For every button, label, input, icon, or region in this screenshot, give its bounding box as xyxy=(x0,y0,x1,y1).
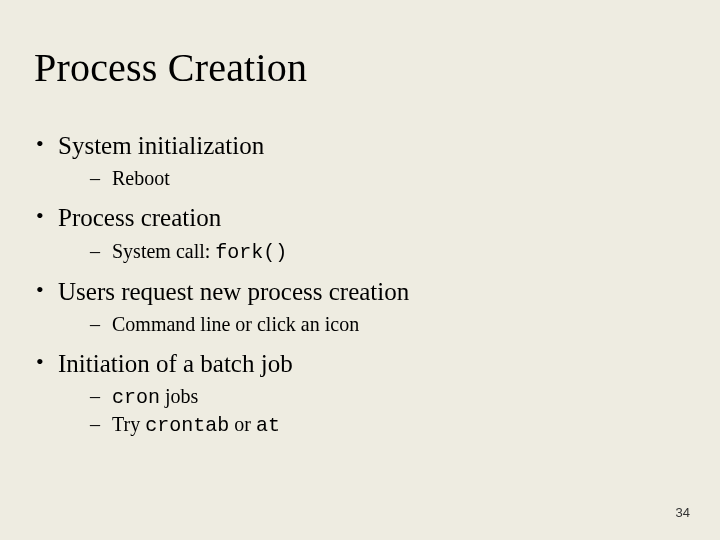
sub-text: Reboot xyxy=(112,167,170,189)
slide-content: System initialization Reboot Process cre… xyxy=(34,130,680,449)
code-text: crontab xyxy=(145,414,229,437)
sub-item: System call: fork() xyxy=(58,238,680,266)
bullet-text: Users request new process creation xyxy=(58,278,409,305)
code-text: cron xyxy=(112,386,160,409)
bullet-item: System initialization Reboot xyxy=(34,130,680,192)
sub-item: Try crontab or at xyxy=(58,411,680,439)
sub-item: Command line or click an icon xyxy=(58,311,680,338)
sub-list: System call: fork() xyxy=(58,238,680,266)
sub-text: Command line or click an icon xyxy=(112,313,359,335)
sub-item: Reboot xyxy=(58,165,680,192)
sub-list: cron jobs Try crontab or at xyxy=(58,383,680,439)
sub-prefix: Try xyxy=(112,413,145,435)
slide-title: Process Creation xyxy=(34,44,307,91)
sub-list: Command line or click an icon xyxy=(58,311,680,338)
sub-prefix: System call: xyxy=(112,240,215,262)
bullet-list: System initialization Reboot Process cre… xyxy=(34,130,680,439)
bullet-item: Users request new process creation Comma… xyxy=(34,276,680,338)
slide: Process Creation System initialization R… xyxy=(0,0,720,540)
bullet-item: Process creation System call: fork() xyxy=(34,202,680,265)
code-text: at xyxy=(256,414,280,437)
code-text: fork() xyxy=(215,241,287,264)
sub-mid: or xyxy=(229,413,256,435)
sub-list: Reboot xyxy=(58,165,680,192)
bullet-text: Initiation of a batch job xyxy=(58,350,293,377)
bullet-text: Process creation xyxy=(58,204,221,231)
bullet-item: Initiation of a batch job cron jobs Try … xyxy=(34,348,680,439)
sub-suffix: jobs xyxy=(160,385,198,407)
sub-item: cron jobs xyxy=(58,383,680,411)
page-number: 34 xyxy=(676,505,690,520)
bullet-text: System initialization xyxy=(58,132,264,159)
